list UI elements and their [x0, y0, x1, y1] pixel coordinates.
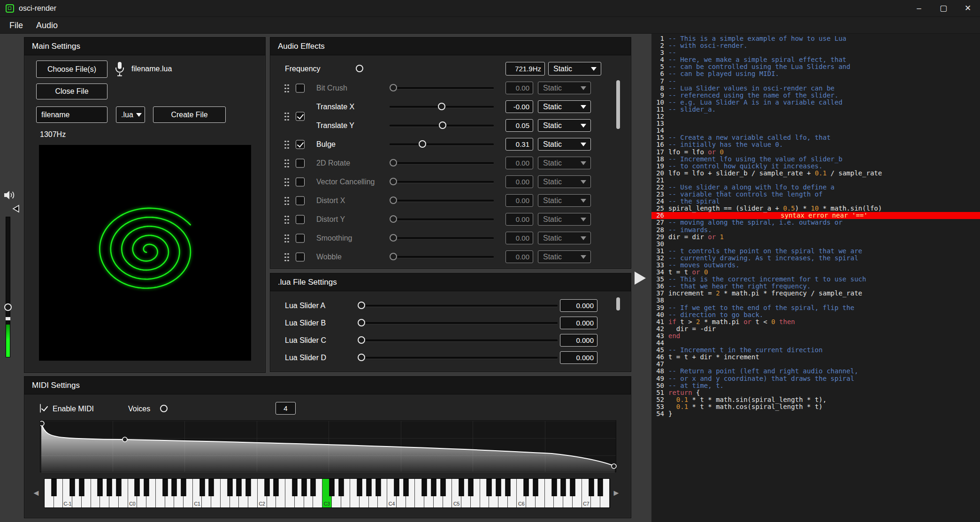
piano-key-black[interactable]: [135, 479, 140, 496]
effect-mode-select[interactable]: Static: [538, 100, 591, 113]
effect-enable-checkbox[interactable]: [296, 215, 305, 224]
effect-slider[interactable]: [390, 84, 494, 92]
enable-midi-checkbox[interactable]: [40, 404, 41, 413]
effect-enable-checkbox[interactable]: [296, 140, 305, 149]
piano-key-black[interactable]: [329, 479, 334, 496]
frequency-mode-select[interactable]: Static: [548, 62, 601, 76]
effect-slider[interactable]: [390, 178, 494, 186]
piano-key-black[interactable]: [237, 479, 242, 496]
piano-key-black[interactable]: [422, 479, 427, 496]
envelope-point[interactable]: [122, 437, 127, 442]
effect-value[interactable]: 0.00: [505, 232, 533, 244]
keyboard-right-arrow-icon[interactable]: ►: [612, 488, 620, 498]
minimize-icon[interactable]: –: [907, 0, 931, 16]
drag-handle-icon[interactable]: [284, 215, 290, 224]
microphone-icon[interactable]: [115, 61, 125, 77]
choose-files-button[interactable]: Choose File(s): [36, 61, 107, 78]
effect-mode-select[interactable]: Static: [538, 138, 591, 151]
effect-mode-select[interactable]: Static: [538, 119, 591, 132]
keyboard-left-arrow-icon[interactable]: ◄: [32, 488, 40, 498]
effect-slider[interactable]: [390, 121, 494, 129]
piano-key-black[interactable]: [144, 479, 149, 496]
piano-key-black[interactable]: [357, 479, 362, 496]
piano-key-black[interactable]: [292, 479, 297, 496]
piano-key-black[interactable]: [51, 479, 56, 496]
effect-mode-select[interactable]: Static: [538, 157, 591, 169]
effect-mode-select[interactable]: Static: [538, 82, 591, 94]
effect-value[interactable]: 0.00: [505, 194, 533, 207]
piano-key-black[interactable]: [403, 479, 408, 496]
voices-value[interactable]: 4: [276, 402, 296, 415]
close-icon[interactable]: ✕: [956, 0, 980, 16]
drag-handle-icon[interactable]: [284, 196, 290, 205]
play-button[interactable]: [634, 271, 646, 285]
maximize-icon[interactable]: ▢: [931, 0, 956, 16]
effect-value[interactable]: 0.00: [505, 213, 533, 226]
speaker-icon[interactable]: [3, 189, 17, 201]
effect-slider[interactable]: [390, 103, 494, 111]
code-editor[interactable]: 1-- This is a simple example of how to u…: [651, 34, 980, 522]
piano-key-black[interactable]: [366, 479, 371, 496]
volume-marker-icon[interactable]: [12, 204, 20, 213]
piano-key-black[interactable]: [172, 479, 177, 496]
lua-slider[interactable]: [358, 319, 558, 327]
filename-input[interactable]: filename: [36, 106, 107, 123]
piano-key-black[interactable]: [116, 479, 121, 496]
drag-handle-icon[interactable]: [284, 140, 290, 149]
effect-enable-checkbox[interactable]: [296, 112, 305, 121]
effect-enable-checkbox[interactable]: [296, 197, 305, 205]
piano-key-black[interactable]: [524, 479, 529, 496]
effect-slider[interactable]: [390, 140, 494, 148]
drag-handle-icon[interactable]: [284, 252, 290, 262]
effect-value[interactable]: 0.31: [505, 138, 533, 151]
piano-key-black[interactable]: [431, 479, 436, 496]
effect-mode-select[interactable]: Static: [538, 232, 591, 244]
drag-handle-icon[interactable]: [284, 83, 290, 93]
menu-file[interactable]: File: [3, 17, 30, 34]
effect-enable-checkbox[interactable]: [296, 234, 305, 243]
piano-key-black[interactable]: [505, 479, 510, 496]
effect-slider[interactable]: [390, 234, 494, 242]
piano-key-black[interactable]: [375, 479, 381, 496]
piano-key-black[interactable]: [598, 479, 603, 496]
piano-key-black[interactable]: [274, 479, 279, 496]
effect-value[interactable]: 0.05: [505, 119, 533, 132]
frequency-value[interactable]: 721.9Hz: [505, 62, 545, 76]
piano-key-black[interactable]: [162, 479, 168, 496]
drag-handle-icon[interactable]: [284, 234, 290, 243]
piano-key-black[interactable]: [199, 479, 205, 496]
effect-mode-select[interactable]: Static: [538, 194, 591, 207]
effect-enable-checkbox[interactable]: [296, 159, 305, 168]
close-file-button[interactable]: Close File: [36, 83, 107, 99]
lua-scrollbar-thumb[interactable]: [616, 297, 620, 310]
drag-handle-icon[interactable]: [284, 159, 290, 168]
effect-enable-checkbox[interactable]: [296, 178, 305, 187]
piano-key-black[interactable]: [70, 479, 75, 496]
piano-key-black[interactable]: [551, 479, 557, 496]
lua-slider[interactable]: [358, 354, 558, 362]
piano-key-black[interactable]: [459, 479, 464, 496]
effect-mode-select[interactable]: Static: [538, 250, 591, 263]
effects-scrollbar-thumb[interactable]: [616, 80, 620, 129]
effect-value[interactable]: 0.00: [505, 175, 533, 188]
piano-key-black[interactable]: [468, 479, 473, 496]
piano-key-black[interactable]: [311, 479, 316, 496]
piano-key-black[interactable]: [98, 479, 103, 496]
piano-key-black[interactable]: [338, 479, 344, 496]
piano-key-black[interactable]: [227, 479, 232, 496]
create-file-button[interactable]: Create File: [153, 106, 226, 123]
drag-handle-icon[interactable]: [284, 112, 290, 121]
frequency-slider-thumb[interactable]: [356, 65, 363, 72]
effect-enable-checkbox[interactable]: [296, 84, 305, 93]
piano-key-black[interactable]: [394, 479, 399, 496]
piano-key-black[interactable]: [107, 479, 112, 496]
piano-key-black[interactable]: [209, 479, 214, 496]
lua-slider-value[interactable]: 0.000: [560, 351, 597, 364]
piano-key-black[interactable]: [264, 479, 269, 496]
drag-handle-icon[interactable]: [284, 177, 290, 187]
piano-key-black[interactable]: [487, 479, 492, 496]
piano-key-black[interactable]: [533, 479, 538, 496]
effect-value[interactable]: 0.00: [505, 157, 533, 169]
piano-key-black[interactable]: [181, 479, 186, 496]
lua-slider[interactable]: [358, 336, 558, 344]
